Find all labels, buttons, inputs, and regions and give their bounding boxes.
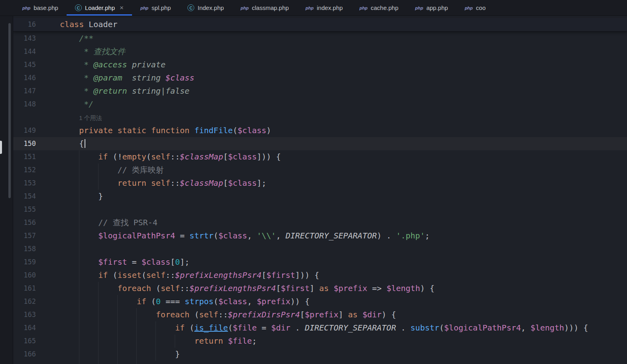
line-number[interactable]: 144 [13,45,36,58]
code-line-145[interactable]: 145 * @access private [13,58,627,71]
code-text: { [60,137,85,150]
line-number[interactable]: 143 [13,32,36,45]
code-line-156[interactable]: 156 // 查找 PSR-4 [13,216,627,229]
code-line-158[interactable]: 158 [13,242,627,256]
line-number[interactable]: 151 [13,150,36,163]
line-number[interactable]: 149 [13,124,36,137]
line-number[interactable]: 147 [13,85,36,98]
line-number[interactable]: 152 [13,163,36,177]
code-line-162[interactable]: 162 if (0 === strpos($class, $prefix)) { [13,295,627,308]
gutter-gap [36,58,60,71]
php-file-icon: php [140,6,148,10]
gutter-gap [36,282,60,295]
gutter-gap [36,216,60,229]
code-line-159[interactable]: 159 $first = $class[0]; [13,256,627,269]
code-line-152[interactable]: 152 // 类库映射 [13,163,627,177]
code-text: private static function findFile($class) [60,124,271,137]
code-text: if (isset(self::$prefixLengthsPsr4[$firs… [60,269,319,282]
tab-label: Index.php [197,4,224,11]
line-number[interactable]: 16 [13,18,36,31]
code-text: return $file; [60,334,257,348]
code-text: class Loader [60,18,118,31]
tab-index.php[interactable]: phpindex.php [297,0,351,16]
code-line-153[interactable]: 153 return self::$classMap[$class]; [13,177,627,190]
tab-spl.php[interactable]: phpspl.php [132,0,179,16]
line-number[interactable]: 164 [13,321,36,334]
line-number[interactable]: 160 [13,269,36,282]
line-number[interactable]: 162 [13,295,36,308]
code-line-151[interactable]: 151 if (!empty(self::$classMap[$class]))… [13,150,627,163]
code-line-16[interactable]: 16class Loader [13,18,627,31]
code-line-161[interactable]: 161 foreach (self::$prefixLengthsPsr4[$f… [13,282,627,295]
stripe-scrollbar[interactable] [8,23,11,198]
tab-Index.php[interactable]: CIndex.php [179,0,232,16]
line-number[interactable]: 165 [13,334,36,348]
line-number[interactable]: 161 [13,282,36,295]
line-number[interactable]: 154 [13,190,36,203]
line-number[interactable]: 166 [13,348,36,361]
tab-label: base.php [34,4,58,11]
line-number[interactable]: 163 [13,308,36,321]
line-number[interactable]: 156 [13,216,36,229]
class-file-icon: C [75,4,82,11]
code-line-167[interactable]: 167 } [13,361,627,364]
code-text: } [60,190,103,203]
line-number[interactable]: 150 [13,137,36,150]
tab-base.php[interactable]: phpbase.php [14,0,67,16]
gutter-gap [36,361,60,364]
code-line-150[interactable]: 150 { [13,137,627,150]
code-line-149[interactable]: 149 private static function findFile($cl… [13,124,627,137]
line-number[interactable]: 153 [13,177,36,190]
editor[interactable]: 16class Loader 143 /**144 * 查找文件145 * @a… [13,16,627,364]
code-text: if (0 === strpos($class, $prefix)) { [60,295,310,308]
line-number[interactable]: 148 [13,98,36,111]
line-number[interactable]: 146 [13,71,36,85]
php-file-icon: php [465,6,473,10]
tool-window-indicator[interactable] [0,141,2,154]
left-tool-stripe [0,16,13,364]
line-number[interactable]: 157 [13,229,36,242]
gutter-gap [36,18,60,31]
code-line-144[interactable]: 144 * 查找文件 [13,45,627,58]
php-file-icon: php [306,6,314,10]
code-text: } [60,348,180,361]
code-line-147[interactable]: 147 * @return string|false [13,85,627,98]
code-text: $logicalPathPsr4 = strtr($class, '\\', D… [60,229,430,242]
code-line-166[interactable]: 166 } [13,348,627,361]
line-number[interactable]: 158 [13,242,36,256]
tab-Loader.php[interactable]: CLoader.php× [67,0,132,16]
tab-cache.php[interactable]: phpcache.php [351,0,406,16]
code-line-148[interactable]: 148 */ [13,98,627,111]
tab-coo[interactable]: phpcoo [456,0,494,16]
code-text: foreach (self::$prefixDirsPsr4[$prefix] … [60,308,396,321]
inlay-hint-row[interactable]: 1 个用法 [13,111,627,124]
line-number[interactable] [13,111,36,124]
line-number[interactable]: 155 [13,203,36,216]
code-line-157[interactable]: 157 $logicalPathPsr4 = strtr($class, '\\… [13,229,627,242]
gutter-gap [36,190,60,203]
code-line-154[interactable]: 154 } [13,190,627,203]
line-number[interactable]: 167 [13,361,36,364]
code-line-165[interactable]: 165 return $file; [13,334,627,348]
code-line-155[interactable]: 155 [13,203,627,216]
code-line-143[interactable]: 143 /** [13,32,627,45]
class-file-icon: C [187,4,194,11]
sticky-line[interactable]: 16class Loader [13,18,627,31]
gutter-gap [36,137,60,150]
code-line-146[interactable]: 146 * @param string $class [13,71,627,85]
usages-inlay-hint[interactable]: 1 个用法 [79,114,102,121]
code-line-160[interactable]: 160 if (isset(self::$prefixLengthsPsr4[$… [13,269,627,282]
tab-classmap.php[interactable]: phpclassmap.php [232,0,297,16]
tab-label: index.php [317,4,343,11]
gutter-gap [36,124,60,137]
tab-app.php[interactable]: phpapp.php [407,0,456,16]
code-text: if (!empty(self::$classMap[$class])) { [60,150,281,163]
code-line-164[interactable]: 164 if (is_file($file = $dir . DIRECTORY… [13,321,627,334]
gutter-gap [36,45,60,58]
gutter-gap [36,111,60,124]
code-line-163[interactable]: 163 foreach (self::$prefixDirsPsr4[$pref… [13,308,627,321]
line-number[interactable]: 159 [13,256,36,269]
line-number[interactable]: 145 [13,58,36,71]
php-file-icon: php [415,6,423,10]
close-tab-icon[interactable]: × [120,4,124,11]
